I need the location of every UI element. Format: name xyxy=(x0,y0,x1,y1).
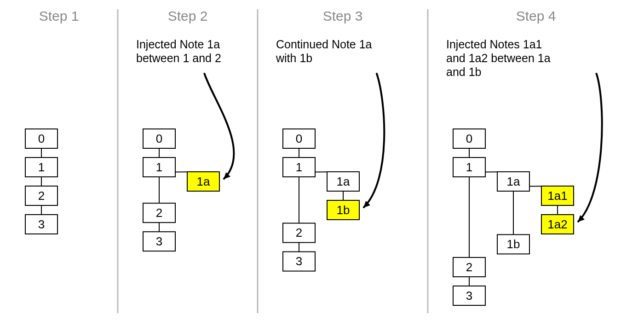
tree-node: 0 xyxy=(283,129,315,148)
tree-node-label: 1b xyxy=(337,203,350,217)
tree-node: 1 xyxy=(283,158,315,177)
annotation-arrow xyxy=(204,74,234,179)
step-title: Step 4 xyxy=(516,8,556,23)
annotation-arrow xyxy=(578,74,602,222)
tree-node-label: 0 xyxy=(156,132,162,146)
tree-node-label: 2 xyxy=(296,226,302,239)
tree-node-label: 3 xyxy=(38,217,45,231)
tree-node: 1 xyxy=(143,158,175,177)
tree-node: 3 xyxy=(453,286,485,305)
step-title: Step 3 xyxy=(323,8,363,23)
tree-node-label: 1 xyxy=(38,160,45,174)
tree-node: 1a1 xyxy=(541,186,574,205)
tree-node-label: 1b xyxy=(507,237,520,251)
tree-node-label: 2 xyxy=(38,189,45,203)
tree-node-label: 3 xyxy=(466,289,472,303)
step-panel: Step 10123 xyxy=(25,8,79,234)
tree-node: 0 xyxy=(25,129,58,148)
tree-node-label: 1 xyxy=(156,160,162,174)
step-caption: Injected Note 1abetween 1 and 2 xyxy=(136,38,221,64)
tree-node-label: 3 xyxy=(156,234,162,248)
tree-node: 2 xyxy=(25,186,58,205)
step-caption: Continued Note 1awith 1b xyxy=(276,38,372,64)
annotation-arrow xyxy=(364,74,384,207)
tree-node: 2 xyxy=(143,203,175,222)
tree-node: 1a xyxy=(187,172,219,191)
step-title: Step 1 xyxy=(39,8,79,23)
tree-node: 0 xyxy=(143,129,175,148)
tree-node-label: 1 xyxy=(296,160,302,174)
tree-node-label: 0 xyxy=(296,132,302,146)
tree-node-label: 1a xyxy=(197,175,210,188)
tree-node-label: 1a xyxy=(507,175,520,188)
tree-node: 0 xyxy=(453,129,485,148)
step-panel: Step 2Injected Note 1abetween 1 and 2011… xyxy=(136,8,234,251)
tree-node: 3 xyxy=(143,232,175,251)
step-panel: Step 3Continued Note 1awith 1b011a1b23 xyxy=(276,8,384,271)
tree-node: 1a xyxy=(327,172,359,191)
tree-node-label: 1a2 xyxy=(547,217,567,231)
tree-node: 2 xyxy=(453,257,485,277)
tree-node-label: 2 xyxy=(156,206,162,220)
tree-node: 1 xyxy=(25,158,58,177)
tree-node: 1b xyxy=(497,234,529,254)
tree-node-label: 1a1 xyxy=(547,189,567,203)
step-title: Step 2 xyxy=(168,8,208,23)
tree-node-label: 2 xyxy=(466,260,472,274)
tree-node: 1b xyxy=(327,200,359,220)
tree-node-label: 1 xyxy=(466,160,472,174)
step-panel: Step 4Injected Notes 1a1and 1a2 between … xyxy=(446,8,602,305)
tree-node: 1a xyxy=(497,172,529,191)
step-caption: Injected Notes 1a1and 1a2 between 1aand … xyxy=(446,38,551,78)
tree-node: 1a2 xyxy=(541,215,574,234)
tree-node-label: 1a xyxy=(337,175,350,188)
tree-node-label: 0 xyxy=(466,132,472,146)
tree-node: 3 xyxy=(25,215,58,234)
tree-node: 1 xyxy=(453,158,485,177)
tree-node: 3 xyxy=(283,252,315,271)
tree-node: 2 xyxy=(283,223,315,243)
tree-node-label: 3 xyxy=(296,254,302,268)
tree-node-label: 0 xyxy=(38,132,45,146)
